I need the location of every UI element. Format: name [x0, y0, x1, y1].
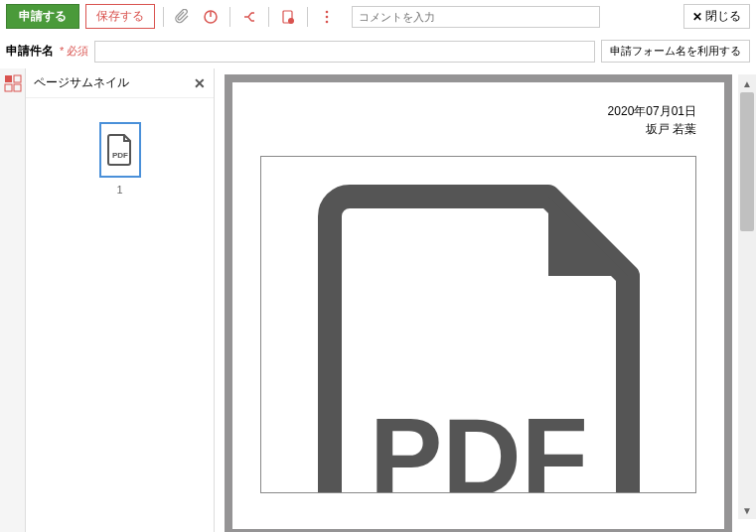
- save-button[interactable]: 保存する: [85, 4, 155, 29]
- document-author: 坂戸 若葉: [260, 120, 696, 138]
- pdf-icon: PDF: [290, 157, 668, 493]
- use-formname-button[interactable]: 申請フォーム名を利用する: [601, 40, 750, 63]
- svg-point-5: [326, 15, 329, 18]
- page-thumbnail[interactable]: PDF: [99, 122, 141, 178]
- document-viewer: 2020年07月01日 坂戸 若葉 PDF ▲ ▼: [215, 68, 756, 532]
- submit-button[interactable]: 申請する: [6, 4, 79, 29]
- main-area: ページサムネイル ✕ PDF 1 2020年07月01日 坂戸 若葉: [0, 68, 756, 532]
- divider: [268, 7, 269, 27]
- divider: [163, 7, 164, 27]
- subject-label: 申請件名: [6, 43, 54, 60]
- close-label: 閉じる: [705, 8, 741, 25]
- subject-input[interactable]: [94, 41, 595, 63]
- divider: [229, 7, 230, 27]
- svg-point-4: [326, 10, 329, 13]
- divider: [307, 7, 308, 27]
- page-content-frame: PDF: [260, 156, 696, 493]
- scroll-up-icon[interactable]: ▲: [738, 74, 756, 92]
- thumbnail-close-icon[interactable]: ✕: [194, 75, 206, 91]
- top-toolbar: 申請する 保存する ✕ 閉じる: [0, 0, 756, 34]
- svg-rect-7: [5, 75, 12, 82]
- thumbnail-panel: ページサムネイル ✕ PDF 1: [26, 68, 215, 532]
- document-page: 2020年07月01日 坂戸 若葉 PDF: [232, 82, 724, 529]
- close-button[interactable]: ✕ 閉じる: [683, 4, 750, 29]
- viewer-inner: 2020年07月01日 坂戸 若葉 PDF: [225, 74, 732, 532]
- doc-icon[interactable]: [277, 6, 299, 28]
- close-x-icon: ✕: [692, 10, 702, 24]
- svg-point-3: [288, 18, 294, 24]
- thumbnail-page-number: 1: [116, 184, 122, 196]
- side-toggle-bar: [0, 68, 26, 532]
- svg-rect-9: [5, 84, 12, 91]
- attach-icon[interactable]: [172, 6, 194, 28]
- svg-rect-8: [14, 75, 21, 82]
- vertical-scrollbar[interactable]: ▲ ▼: [738, 74, 756, 519]
- document-date: 2020年07月01日: [260, 102, 696, 120]
- svg-text:PDF: PDF: [112, 151, 128, 160]
- svg-text:PDF: PDF: [370, 395, 588, 493]
- branch-icon[interactable]: [238, 6, 260, 28]
- svg-rect-10: [14, 84, 21, 91]
- thumbnail-header: ページサムネイル ✕: [26, 68, 214, 98]
- page-meta: 2020年07月01日 坂戸 若葉: [260, 102, 696, 138]
- subject-row: 申請件名 * 必須 申請フォーム名を利用する: [0, 34, 756, 68]
- scroll-down-icon[interactable]: ▼: [738, 501, 756, 519]
- comment-input[interactable]: [352, 6, 600, 28]
- more-icon[interactable]: [316, 6, 338, 28]
- svg-point-6: [326, 20, 329, 23]
- thumbnail-panel-title: ページサムネイル: [34, 74, 129, 91]
- scroll-thumb[interactable]: [740, 92, 754, 231]
- power-icon[interactable]: [200, 6, 222, 28]
- thumbnail-toggle-icon[interactable]: [4, 74, 22, 92]
- thumbnail-body: PDF 1: [26, 98, 214, 532]
- required-marker: * 必須: [60, 44, 88, 59]
